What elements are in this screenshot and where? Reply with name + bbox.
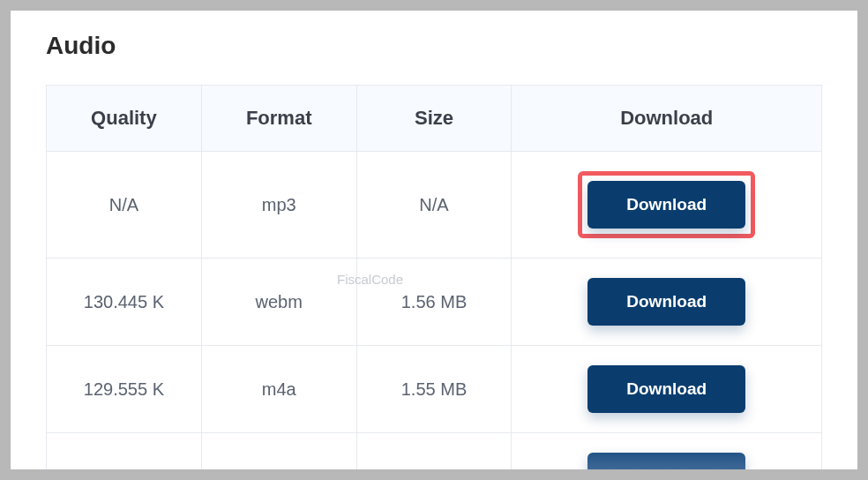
cell-size: 1.55 MB (356, 346, 512, 433)
highlight-box: Download (578, 171, 755, 238)
download-button[interactable]: Download (587, 453, 745, 469)
audio-table: Quality Format Size Download N/A mp3 N/A… (46, 85, 822, 469)
cell-size: 0.80 MB (356, 433, 512, 470)
cell-quality: 130.445 K (47, 259, 202, 346)
cell-format: m4a (201, 346, 356, 433)
cell-size: 1.56 MB (356, 259, 512, 346)
header-format: Format (201, 86, 356, 152)
cell-quality: 129.555 K (47, 346, 202, 433)
table-header-row: Quality Format Size Download (47, 86, 822, 152)
cell-quality: 66.435 K (47, 433, 202, 470)
section-title: Audio (46, 32, 822, 60)
header-quality: Quality (47, 86, 202, 152)
download-button[interactable]: Download (587, 365, 745, 413)
header-size: Size (356, 86, 512, 152)
audio-download-panel: Audio Quality Format Size Download N/A m… (11, 11, 857, 469)
download-button[interactable]: Download (587, 181, 745, 229)
cell-format: mp3 (201, 152, 356, 259)
cell-format: webm (201, 433, 356, 470)
header-download: Download (512, 86, 822, 152)
cell-download: Download (512, 433, 822, 470)
cell-download: Download (512, 259, 822, 346)
cell-quality: N/A (47, 152, 202, 259)
table-row: N/A mp3 N/A Download (47, 152, 822, 259)
cell-size: N/A (356, 152, 512, 259)
cell-download: Download (512, 152, 822, 259)
cell-format: webm (201, 259, 356, 346)
table-row: 66.435 K webm 0.80 MB Download (47, 433, 822, 470)
download-button[interactable]: Download (587, 278, 745, 326)
cell-download: Download (512, 346, 822, 433)
table-row: 130.445 K webm 1.56 MB Download (47, 259, 822, 346)
table-row: 129.555 K m4a 1.55 MB Download (47, 346, 822, 433)
